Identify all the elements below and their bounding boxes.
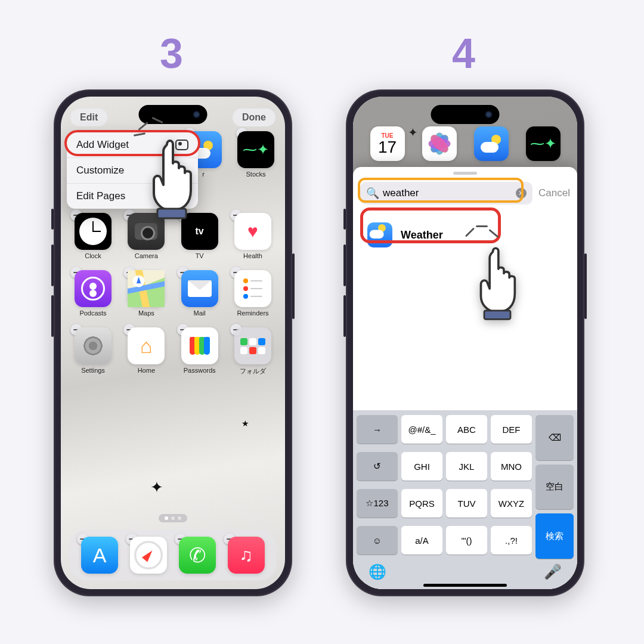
widget-icon	[175, 140, 188, 150]
app-label: Clock	[69, 252, 117, 259]
wallpaper-sparkle: ★	[242, 419, 249, 428]
app-health[interactable]: ♥Health	[229, 213, 277, 259]
wallpaper-sparkle: ✦	[150, 478, 163, 497]
app-safari[interactable]	[125, 537, 172, 574]
app-clock[interactable]: Clock	[69, 213, 117, 259]
app-label: Maps	[122, 309, 170, 317]
key-symbols[interactable]: @#/&_	[401, 415, 442, 444]
key-quotes[interactable]: '"()	[446, 526, 487, 555]
key-search[interactable]: 検索	[535, 513, 574, 559]
step-number-4: 4	[452, 30, 475, 78]
app-label: フォルダ	[229, 367, 277, 376]
key-punct[interactable]: .,?!	[491, 526, 532, 555]
key-undo[interactable]: ↺	[357, 452, 398, 481]
mic-icon[interactable]: 🎤	[544, 564, 562, 580]
menu-customize[interactable]: Customize	[67, 158, 198, 184]
clear-icon[interactable]: ✕	[516, 188, 527, 199]
background-app-row: TUE17 ⁓✦	[353, 126, 577, 161]
key-jkl[interactable]: JKL	[446, 452, 487, 481]
app-camera[interactable]: Camera	[122, 213, 170, 259]
widget-search-screen: ✦ TUE17 ⁓✦	[353, 97, 577, 589]
dynamic-island	[139, 105, 208, 124]
phone-frame-4: ✦ TUE17 ⁓✦	[346, 89, 584, 596]
app-tv[interactable]: tvTV	[176, 213, 224, 259]
cancel-button[interactable]: Cancel	[538, 187, 570, 199]
app-label: Health	[229, 252, 277, 259]
app-label: Passwords	[176, 367, 224, 374]
context-menu: Add Widget Customize Edit Pages	[67, 132, 198, 209]
app-passwords[interactable]: Passwords	[176, 327, 224, 376]
keyboard: → @#/&_ ABC DEF ↺ GHI JKL MNO ☆123	[353, 410, 577, 589]
menu-add-widget[interactable]: Add Widget	[67, 132, 198, 158]
result-label: Weather	[401, 229, 443, 242]
key-mode[interactable]: ☆123	[357, 489, 398, 518]
app-label: Mail	[176, 309, 224, 317]
done-button[interactable]: Done	[233, 109, 275, 126]
key-ghi[interactable]: GHI	[401, 452, 442, 481]
key-case[interactable]: a/A	[401, 526, 442, 555]
app-podcasts[interactable]: Podcasts	[69, 270, 117, 317]
app-label: Stocks	[235, 171, 277, 178]
edit-button[interactable]: Edit	[70, 109, 107, 126]
app-appstore[interactable]: A	[76, 537, 123, 574]
weather-icon	[367, 222, 392, 247]
app-label: Reminders	[229, 309, 277, 317]
menu-label: Customize	[76, 165, 124, 177]
app-reminders[interactable]: Reminders	[229, 270, 277, 317]
widget-sheet: 🔍 weather ✕ Cancel Weather → @#/&_	[353, 167, 577, 589]
sheet-grabber[interactable]	[453, 172, 477, 175]
app-grid: Clock Camera tvTV ♥Health Podcasts Maps …	[61, 213, 285, 386]
search-input[interactable]: 🔍 weather ✕	[360, 182, 532, 205]
app-music[interactable]: ♫	[222, 537, 270, 574]
phone-frame-3: Edit Done Add Widget Customize Edit Page…	[54, 89, 292, 596]
app-stocks-bg: ⁓✦	[519, 126, 567, 161]
key-pqrs[interactable]: PQRS	[401, 489, 442, 518]
pages-icon	[175, 191, 188, 202]
search-icon: 🔍	[366, 187, 379, 200]
globe-icon[interactable]: 🌐	[369, 564, 386, 580]
dock: A ✆ ♫	[69, 530, 277, 581]
app-label: Camera	[122, 252, 170, 259]
page-dots[interactable]	[159, 514, 187, 522]
app-phone[interactable]: ✆	[174, 537, 221, 574]
app-label: TV	[176, 252, 224, 259]
menu-edit-pages[interactable]: Edit Pages	[67, 184, 198, 209]
app-weather-bg	[467, 126, 515, 161]
app-home[interactable]: ⌂Home	[122, 327, 170, 376]
app-label: Home	[122, 367, 170, 374]
app-settings[interactable]: Settings	[69, 327, 117, 376]
key-mno[interactable]: MNO	[491, 452, 532, 481]
app-folder[interactable]: フォルダ	[229, 327, 277, 376]
app-photos-bg	[416, 126, 463, 161]
key-tuv[interactable]: TUV	[446, 489, 487, 518]
home-screen-editing: Edit Done Add Widget Customize Edit Page…	[61, 97, 285, 589]
app-label: Settings	[69, 367, 117, 374]
app-label: Podcasts	[69, 309, 117, 317]
app-stocks[interactable]: ⁓✦ Stocks	[235, 131, 277, 178]
dynamic-island	[431, 105, 500, 124]
customize-icon	[175, 165, 188, 176]
key-def[interactable]: DEF	[491, 415, 532, 444]
key-wxyz[interactable]: WXYZ	[491, 489, 532, 518]
search-text: weather	[383, 187, 516, 199]
menu-label: Edit Pages	[76, 190, 125, 202]
key-next[interactable]: →	[357, 415, 398, 444]
result-weather[interactable]: Weather	[363, 216, 568, 253]
app-calendar-bg: TUE17	[364, 126, 411, 161]
step-number-3: 3	[160, 30, 183, 78]
app-maps[interactable]: Maps	[122, 270, 170, 317]
home-indicator[interactable]	[423, 584, 507, 587]
key-delete[interactable]: ⌫	[535, 415, 574, 460]
menu-label: Add Widget	[76, 139, 129, 151]
key-abc[interactable]: ABC	[446, 415, 487, 444]
key-emoji[interactable]: ☺	[357, 526, 398, 555]
key-space[interactable]: 空白	[535, 465, 574, 510]
app-mail[interactable]: Mail	[176, 270, 224, 317]
